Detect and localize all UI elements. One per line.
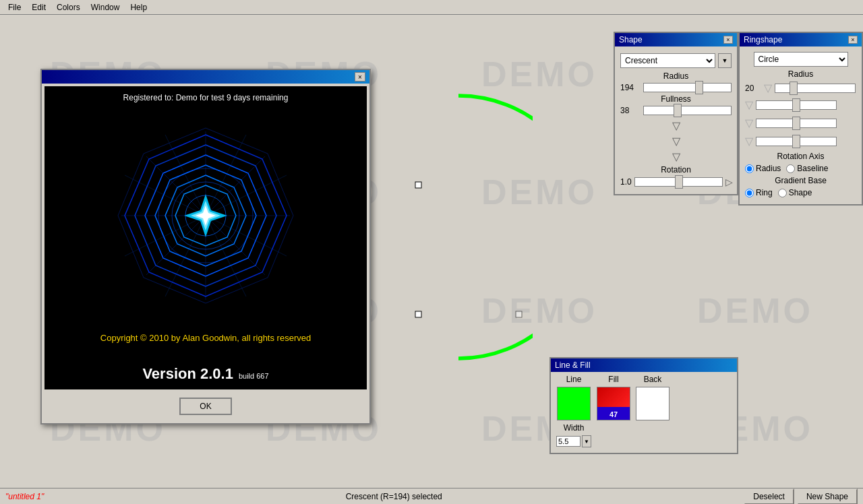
splash-registered-text: Registered to: Demo for test 9 days rema…	[123, 93, 289, 102]
fill-color-swatch[interactable]: 47	[597, 387, 630, 420]
line-color-swatch[interactable]	[557, 387, 591, 420]
statusbar: "untitled 1" Crescent (R=194) selected D…	[0, 488, 863, 504]
down-arrow3-icon: ▽	[672, 150, 681, 163]
back-color-swatch[interactable]	[636, 387, 669, 420]
shape-radio[interactable]	[778, 189, 787, 197]
baseline-radio[interactable]	[786, 164, 795, 173]
shape-select-row: Crescent ▼	[615, 51, 737, 71]
fullness-slider-row: 38	[615, 104, 737, 117]
shape-dropdown-button[interactable]: ▼	[718, 53, 732, 68]
shape-panel-titlebar: Shape ×	[615, 33, 737, 46]
rotation-arrow-icon: ▷	[725, 177, 733, 187]
linefill-panel-titlebar: Line & Fill	[551, 358, 737, 372]
shape-panel-title-text: Shape	[619, 35, 643, 44]
width-label: Width	[564, 423, 585, 433]
rotation-slider[interactable]	[634, 177, 723, 187]
ring-handle1-icon: ▽	[764, 82, 772, 94]
rotation-axis-label: Rotation Axis	[740, 150, 862, 162]
linefill-columns: Line Width ▼ Fill 47 Back	[551, 375, 737, 447]
back-column: Back	[636, 375, 669, 420]
ringshape-radius-label: Radius	[740, 68, 862, 80]
ring-handle4-icon: ▽	[745, 135, 753, 148]
ring-handle2-icon: ▽	[745, 98, 753, 111]
menu-edit[interactable]: Edit	[26, 1, 51, 13]
menu-colors[interactable]: Colors	[51, 1, 86, 13]
ringshape-panel-close-button[interactable]: ×	[848, 36, 858, 44]
ringshape-panel: Ringshape × Circle Radius 20 ▽ ▽ ▽	[738, 32, 863, 206]
ringshape-radius-value: 20	[745, 84, 761, 93]
down-arrow-icon: ▽	[672, 119, 681, 132]
splash-mandala-graphic	[91, 121, 320, 310]
menu-window[interactable]: Window	[86, 1, 125, 13]
svg-rect-0	[415, 182, 421, 188]
status-info: Crescent (R=194) selected	[44, 492, 744, 501]
rotation-slider-row: 1.0 ▷	[615, 175, 737, 189]
ringshape-panel-titlebar: Ringshape ×	[740, 33, 862, 46]
ringshape-radius-slider[interactable]	[775, 84, 856, 93]
shape-panel: Shape × Crescent ▼ Radius 194 Fullness 3…	[614, 32, 738, 195]
fullness-label: Fullness	[615, 94, 737, 104]
splash-ok-area: OK	[44, 392, 367, 420]
splash-dialog: × Registered to: Demo for test 9 days re…	[40, 69, 371, 424]
gradient-base-group: Ring Shape	[740, 187, 862, 199]
canvas-area: DEMO DEMO DEMO DEMO DEMO DEMO DEMO DEMO …	[0, 15, 863, 488]
line-label: Line	[566, 375, 582, 384]
shape-panel-close-button[interactable]: ×	[723, 36, 733, 44]
radius-slider[interactable]	[643, 83, 732, 92]
gradient-base-label: Gradient Base	[740, 175, 862, 187]
ring-radio[interactable]	[745, 189, 754, 197]
radius-label: Radius	[615, 71, 737, 82]
ringshape-panel-title-text: Ringshape	[744, 35, 782, 44]
splash-build-text: build 667	[239, 372, 269, 380]
rotation-axis-group: Radius Baseline	[740, 162, 862, 175]
splash-content: Registered to: Demo for test 9 days rema…	[44, 86, 367, 389]
radius-radio-label[interactable]: Radius	[745, 164, 781, 173]
splash-titlebar: ×	[42, 70, 369, 84]
menu-help[interactable]: Help	[125, 1, 152, 13]
ringshape-dropdown[interactable]: Circle	[754, 52, 848, 67]
rotation-value: 1.0	[620, 177, 632, 187]
ringshape-slider4[interactable]	[756, 137, 837, 146]
fill-label: Fill	[608, 375, 618, 384]
width-dropdown-button[interactable]: ▼	[582, 435, 591, 447]
fill-number: 47	[609, 410, 618, 418]
ringshape-radius-row: 20 ▽	[740, 80, 862, 96]
splash-copyright-text: Copyright © 2010 by Alan Goodwin, all ri…	[100, 333, 311, 343]
rotation-label: Rotation	[615, 164, 737, 175]
width-input[interactable]	[556, 436, 581, 447]
radius-slider-row: 194	[615, 82, 737, 94]
ring-radio-label[interactable]: Ring	[745, 188, 773, 197]
splash-close-button[interactable]: ×	[355, 72, 365, 82]
svg-rect-2	[516, 311, 522, 317]
back-label: Back	[644, 375, 662, 384]
new-shape-button[interactable]: New Shape	[797, 489, 858, 505]
fullness-slider[interactable]	[643, 106, 732, 115]
svg-rect-1	[415, 311, 421, 317]
radius-value: 194	[620, 83, 641, 92]
shape-radio-label[interactable]: Shape	[778, 188, 812, 197]
demo-watermark-12: DEMO	[647, 251, 863, 370]
deselect-button[interactable]: Deselect	[744, 489, 794, 505]
status-filename: "untitled 1"	[5, 492, 44, 501]
status-buttons: Deselect New Shape	[744, 489, 858, 505]
down-arrow2-icon: ▽	[672, 135, 681, 148]
menu-file[interactable]: File	[3, 1, 26, 13]
baseline-radio-label[interactable]: Baseline	[786, 164, 828, 173]
shape-dropdown[interactable]: Crescent	[620, 53, 715, 68]
width-row: Width	[564, 423, 585, 433]
line-column: Line Width ▼	[556, 375, 591, 447]
ringshape-slider2[interactable]	[756, 100, 837, 110]
fill-column: Fill 47	[597, 375, 630, 420]
linefill-panel: Line & Fill Line Width ▼ Fill 47	[549, 357, 738, 454]
menubar: File Edit Colors Window Help	[0, 0, 863, 15]
ringshape-slider3[interactable]	[756, 119, 837, 128]
crescent-shape[interactable]	[384, 82, 533, 372]
radius-radio[interactable]	[745, 164, 754, 173]
splash-version-text: Version 2.0.1	[142, 365, 233, 383]
ring-handle3-icon: ▽	[745, 117, 753, 129]
linefill-panel-title-text: Line & Fill	[555, 360, 591, 370]
splash-ok-button[interactable]: OK	[179, 398, 231, 415]
fullness-value: 38	[620, 106, 641, 115]
width-input-row: ▼	[556, 435, 591, 447]
